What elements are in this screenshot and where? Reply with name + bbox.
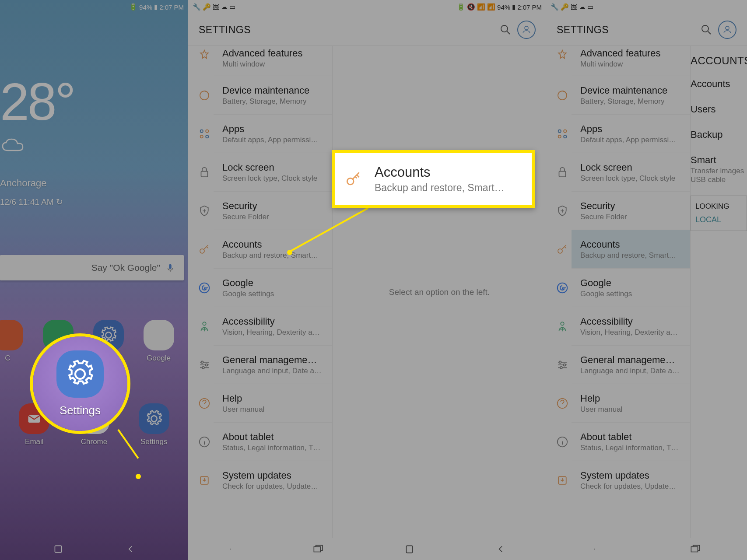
settings-item-lock[interactable]: Lock screenScreen lock type, Clock style	[572, 153, 690, 191]
settings-item-sliders[interactable]: General manageme…Language and input, Dat…	[572, 345, 690, 384]
sliders-icon	[555, 357, 570, 372]
item-title: System updates	[222, 470, 328, 481]
settings-item-key[interactable]: AccountsBackup and restore, Smart…	[214, 230, 332, 268]
temperature: 28°	[0, 14, 188, 128]
dot-icon[interactable]: •	[99, 376, 102, 384]
google-icon	[197, 280, 212, 295]
person-icon	[197, 319, 212, 334]
info-icon	[197, 434, 212, 449]
search-icon[interactable]	[499, 23, 512, 36]
settings-item-info[interactable]: About tabletStatus, Legal information, T…	[214, 422, 332, 461]
settings-item-sliders[interactable]: General manageme…Language and input, Dat…	[214, 345, 332, 384]
app-settings-dock[interactable]: Settings	[139, 403, 169, 446]
nav-bar	[0, 538, 188, 560]
dropbox-icon: ☁	[579, 3, 586, 11]
wrench-icon: 🔧	[193, 3, 201, 11]
settings-item-help[interactable]: HelpUser manual	[572, 384, 690, 422]
app-chrome[interactable]: Chrome	[79, 403, 109, 446]
mic-icon[interactable]	[165, 263, 175, 273]
settings-item-grid[interactable]: AppsDefault apps, App permissi…	[572, 114, 690, 153]
settings-item-star[interactable]: Advanced featuresMulti window	[188, 46, 332, 76]
profile-button[interactable]	[718, 21, 736, 39]
star-icon	[197, 48, 212, 63]
key-icon	[555, 242, 570, 257]
item-sub: Vision, Hearing, Dexterity a…	[222, 328, 328, 337]
accounts-subitem[interactable]: SmartTransfer images USB cable	[691, 147, 747, 191]
app-settings-small[interactable]: Settings	[93, 320, 124, 363]
settings-item-update[interactable]: System updatesCheck for updates, Update…	[214, 461, 332, 499]
datetime-label: 12/6 11:41 AM ↻	[0, 197, 188, 207]
item-title: Security	[222, 200, 328, 212]
recent-apps-button[interactable]	[312, 543, 323, 555]
item-sub: Backup and restore, Smart…	[222, 251, 328, 260]
pen-icon[interactable]	[593, 543, 596, 555]
settings-item-key[interactable]: AccountsBackup and restore, Smart…	[572, 230, 690, 268]
item-title: Accessibility	[580, 316, 686, 327]
settings-item-circle[interactable]: Device maintenanceBattery, Storage, Memo…	[214, 76, 332, 114]
settings-item-google[interactable]: GoogleGoogle settings	[214, 268, 332, 307]
item-sub: User manual	[222, 405, 328, 414]
callout-sub: Backup and restore, Smart…	[375, 182, 505, 194]
update-icon	[555, 473, 570, 488]
settings-item-person[interactable]: AccessibilityVision, Hearing, Dexterity …	[572, 307, 690, 345]
settings-item-info[interactable]: About tabletStatus, Legal information, T…	[572, 422, 690, 461]
back-button[interactable]	[125, 543, 136, 555]
item-sub: Screen lock type, Clock style	[580, 174, 686, 183]
settings-item-shield[interactable]: SecuritySecure Folder	[572, 191, 690, 230]
back-button[interactable]	[495, 543, 506, 555]
svg-point-46	[347, 178, 354, 185]
item-sub: Check for updates, Update…	[222, 482, 328, 491]
accounts-subitem[interactable]: Backup	[691, 122, 747, 147]
box-title: LOOKING	[695, 202, 742, 211]
pen-icon[interactable]	[228, 543, 232, 555]
item-sub: Check for updates, Update…	[580, 482, 686, 491]
settings-item-google[interactable]: GoogleGoogle settings	[572, 268, 690, 307]
home-button[interactable]	[403, 543, 415, 555]
lock-icon	[197, 165, 212, 180]
settings-item-person[interactable]: AccessibilityVision, Hearing, Dexterity …	[214, 307, 332, 345]
wifi-icon: 📶	[477, 3, 485, 11]
item-sub: Secure Folder	[222, 213, 328, 221]
item-title: System updates	[580, 470, 686, 481]
item-title: Security	[580, 200, 686, 212]
accounts-subitem[interactable]: Users	[691, 97, 747, 122]
accounts-subitem[interactable]: Accounts	[691, 71, 747, 97]
settings-item-lock[interactable]: Lock screenScreen lock type, Clock style	[214, 153, 332, 191]
recent-apps-button[interactable]	[53, 543, 64, 555]
recent-apps-button[interactable]	[689, 543, 701, 555]
settings-item-help[interactable]: HelpUser manual	[214, 384, 332, 422]
key-status-icon: 🔑	[561, 3, 569, 11]
svg-rect-0	[169, 264, 172, 269]
settings-item-update[interactable]: System updatesCheck for updates, Update…	[572, 461, 690, 499]
item-title: Apps	[580, 123, 686, 135]
svg-point-19	[206, 364, 208, 366]
settings-item-star[interactable]: Advanced featuresMulti window	[546, 46, 690, 76]
settings-item-grid[interactable]: AppsDefault apps, App permissi…	[214, 114, 332, 153]
profile-button[interactable]	[517, 21, 536, 39]
home-indicator-icon[interactable]: ⌂	[86, 376, 91, 384]
box-link[interactable]: LOCAL	[695, 215, 742, 224]
shield-icon	[555, 203, 570, 218]
settings-list[interactable]: Advanced featuresMulti windowDevice main…	[546, 46, 691, 538]
settings-header: SETTINGS	[546, 14, 747, 46]
settings-item-shield[interactable]: SecuritySecure Folder	[214, 191, 332, 230]
refresh-icon[interactable]: ↻	[56, 197, 63, 206]
app-partial-1[interactable]: C	[0, 320, 23, 363]
google-search-bar[interactable]: Say "Ok Google"	[0, 255, 184, 280]
item-title: Lock screen	[580, 162, 686, 173]
search-icon[interactable]	[700, 23, 713, 36]
lock-icon	[555, 165, 570, 180]
settings-list[interactable]: Advanced featuresMulti windowDevice main…	[188, 46, 333, 538]
settings-item-circle[interactable]: Device maintenanceBattery, Storage, Memo…	[572, 76, 690, 114]
page-dots: ⌂ •	[0, 376, 188, 384]
shield-icon	[197, 203, 212, 218]
detail-pane: Select an option on the left.	[333, 46, 546, 538]
clock: 2:07 PM	[517, 4, 542, 11]
highlight-dot-1	[136, 474, 141, 479]
nav-bar	[546, 538, 747, 560]
app-calendar[interactable]: Ca	[43, 320, 74, 363]
location-label: Anchorage	[0, 178, 188, 189]
sliders-icon	[197, 357, 212, 372]
app-email[interactable]: Email	[19, 403, 49, 446]
app-google-folder[interactable]: Google	[144, 320, 174, 363]
